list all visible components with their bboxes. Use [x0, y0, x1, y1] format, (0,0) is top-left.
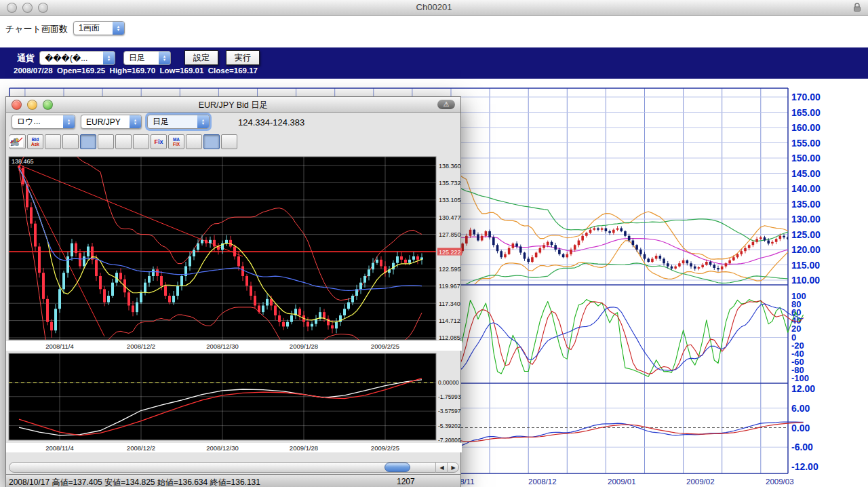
svg-text:2009/02: 2009/02 — [686, 478, 715, 486]
status-bar: 2008/10/17 高値=137.405 安値=134.825 始値=136.… — [6, 474, 460, 487]
period-value: 日足 — [124, 52, 159, 64]
symbol-dropdown[interactable]: EUR/JPY ▲▼ — [81, 115, 142, 129]
lock-icon — [853, 2, 861, 15]
chart-type-value: ロウ... — [12, 116, 63, 128]
currency-label: 通貨 — [17, 52, 35, 64]
ohlc-readout: 2008/07/28 Open=169.25 High=169.70 Low=1… — [14, 66, 258, 75]
svg-text:127.850: 127.850 — [439, 231, 461, 238]
line-chart-icon[interactable] — [62, 134, 79, 149]
status-ohlc-text: 2008/10/17 高値=137.405 安値=134.825 始値=136.… — [9, 477, 260, 487]
svg-text:138.360: 138.360 — [439, 163, 461, 170]
svg-text:-12.00: -12.00 — [791, 461, 818, 472]
svg-text:-7.20806: -7.20806 — [438, 437, 461, 444]
svg-text:150.00: 150.00 — [791, 153, 821, 163]
svg-text:2008/11/4: 2008/11/4 — [45, 444, 74, 452]
svg-text:145.00: 145.00 — [791, 168, 821, 179]
svg-text:110.00: 110.00 — [791, 275, 820, 286]
svg-text:135.732: 135.732 — [439, 180, 461, 187]
period-dropdown[interactable]: 日足 ▲▼ — [123, 51, 171, 65]
indicator-axis-labels: 0.00000-1.75993-3.57597-5.39202-7.20806 — [438, 379, 461, 444]
candlestick-dark-icon[interactable] — [45, 134, 61, 149]
chart-type-dropdown[interactable]: ロウ... ▲▼ — [12, 115, 75, 129]
icon-label: Fix — [154, 138, 163, 145]
svg-text:2008/12/30: 2008/12/30 — [206, 444, 239, 452]
svg-text:2008/12/2: 2008/12/2 — [127, 343, 155, 350]
svg-text:2009/2/25: 2009/2/25 — [371, 343, 399, 350]
popup-stepper-icon: ▲▼ — [197, 115, 209, 128]
svg-text:0.00: 0.00 — [791, 423, 810, 433]
scroll-left-arrow-icon: ◀ — [439, 465, 443, 471]
chart-count-label: チャート画面数 — [5, 23, 68, 35]
popup-stepper-icon: ▲▼ — [159, 52, 170, 64]
timeframe-dropdown[interactable]: 日足 ▲▼ — [147, 115, 210, 129]
svg-text:6.00: 6.00 — [791, 403, 810, 414]
svg-text:125.00: 125.00 — [791, 229, 821, 240]
main-window-titlebar[interactable]: Ch00201 — [0, 0, 868, 16]
scroll-right-arrow-button[interactable]: ▶ — [447, 462, 459, 473]
popup-stepper-icon: ▲▼ — [63, 115, 75, 128]
svg-text:2008/12/2: 2008/12/2 — [127, 444, 155, 452]
svg-text:135.00: 135.00 — [791, 199, 821, 210]
chart-controls-row: ロウ... ▲▼ EUR/JPY ▲▼ 日足 ▲▼ 124.334-124.38… — [6, 112, 460, 132]
svg-text:130.477: 130.477 — [439, 214, 461, 221]
currency-toolbar: 通貨 ���(�... ▲▼ 日足 ▲▼ 設定 実行 2008/07/28 Op… — [0, 47, 868, 79]
svg-text:2009/1/28: 2009/1/28 — [290, 343, 318, 350]
background-macd-series — [420, 422, 803, 446]
svg-text:122.595: 122.595 — [439, 266, 461, 273]
svg-text:-6.00: -6.00 — [791, 442, 813, 452]
bid-ask-icon[interactable]: BidAsk — [27, 134, 43, 149]
bar-chart-green-icon[interactable] — [98, 134, 114, 149]
svg-text:-3.57597: -3.57597 — [438, 408, 461, 414]
chart-window: EUR/JPY Bid 日足 ⚠ ロウ... ▲▼ EUR/JPY ▲▼ 日足 … — [5, 96, 461, 487]
app-screen: Ch00201 チャート画面数 1画面 ▲▼ 通貨 ���(�... ▲▼ 日足… — [0, 0, 868, 487]
scrollbar-thumb[interactable] — [384, 463, 410, 472]
svg-text:119.967: 119.967 — [439, 283, 460, 290]
chart-toolbar: BidAskFixMAFIX — [9, 132, 237, 151]
horizontal-scrollbar: ◀ ▶ — [9, 462, 459, 473]
svg-text:114.712: 114.712 — [439, 317, 460, 324]
bar-chart-orange-icon[interactable] — [133, 134, 149, 149]
svg-text:115.00: 115.00 — [791, 260, 820, 271]
run-button[interactable]: 実行 — [226, 50, 260, 65]
chart-count-value: 1画面 — [74, 22, 113, 34]
svg-text:160.00: 160.00 — [791, 122, 821, 133]
svg-text:165.00: 165.00 — [791, 107, 821, 118]
svg-text:155.00: 155.00 — [791, 138, 821, 149]
settings-button[interactable]: 設定 — [184, 50, 218, 65]
svg-text:2008/12: 2008/12 — [528, 478, 557, 486]
svg-text:117.340: 117.340 — [439, 300, 460, 307]
svg-text:112.085: 112.085 — [439, 334, 460, 341]
chart-window-title: EUR/JPY Bid 日足 — [6, 100, 460, 111]
bid-ask-quote: 124.334-124.383 — [238, 117, 304, 128]
alert-badge[interactable]: ⚠ — [437, 100, 455, 109]
chart-count-dropdown[interactable]: 1画面 ▲▼ — [73, 21, 125, 35]
icon-label: MAFIX — [173, 137, 180, 147]
scroll-left-arrow-button[interactable]: ◀ — [435, 462, 448, 473]
currency-pair-dropdown[interactable]: ���(�... ▲▼ — [39, 51, 115, 65]
svg-text:120.00: 120.00 — [791, 244, 821, 255]
svg-text:2009/1/28: 2009/1/28 — [290, 444, 318, 452]
ma-fix-icon[interactable]: MAFIX — [168, 134, 184, 149]
stamp-icon[interactable] — [221, 134, 237, 149]
main-price-chart[interactable]: 138.465138.360135.732133.105130.477127.8… — [6, 154, 462, 351]
candlestick-color-icon[interactable] — [80, 134, 96, 149]
timeframe-value: 日足 — [148, 116, 197, 128]
svg-text:-5.39202: -5.39202 — [438, 423, 461, 429]
svg-text:170.00: 170.00 — [791, 92, 821, 102]
svg-text:2008/11/4: 2008/11/4 — [45, 343, 74, 350]
main-window-title: Ch00201 — [0, 2, 868, 12]
chart-window-titlebar[interactable]: EUR/JPY Bid 日足 ⚠ — [6, 97, 460, 113]
currency-pair-value: ���(�... — [40, 54, 103, 63]
svg-text:130.00: 130.00 — [791, 214, 821, 225]
svg-text:138.465: 138.465 — [12, 158, 34, 165]
svg-text:2009/2/25: 2009/2/25 — [371, 444, 399, 452]
pencil-icon[interactable] — [203, 134, 220, 149]
svg-text:125.222: 125.222 — [439, 249, 461, 256]
overlay-chart-icon[interactable] — [186, 134, 202, 149]
symbol-value: EUR/JPY — [81, 117, 130, 127]
icon-label: BidAsk — [31, 137, 39, 147]
bar-chart-mixed-icon[interactable] — [115, 134, 132, 149]
indicator-chart[interactable]: 0.00000-1.75993-3.57597-5.39202-7.208062… — [6, 352, 462, 454]
fix-icon[interactable]: Fix — [151, 134, 167, 149]
background-oscillator-series — [420, 300, 803, 377]
